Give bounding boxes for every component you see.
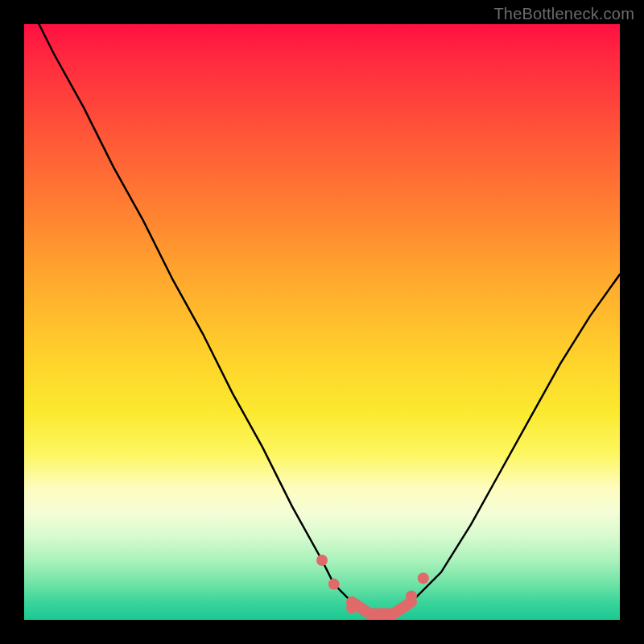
floor-marker-1 bbox=[346, 602, 357, 613]
chart-svg bbox=[24, 24, 620, 620]
chart-frame: TheBottleneck.com bbox=[0, 0, 644, 644]
floor-marker-4 bbox=[388, 609, 399, 620]
right-marker-1 bbox=[406, 590, 417, 601]
left-marker-2 bbox=[328, 579, 340, 590]
left-marker-1 bbox=[316, 555, 328, 566]
chart-plot-area bbox=[24, 24, 620, 620]
valley-markers bbox=[316, 555, 429, 620]
floor-marker-3 bbox=[376, 609, 387, 620]
floor-marker-2 bbox=[364, 609, 375, 620]
watermark-text: TheBottleneck.com bbox=[493, 5, 634, 23]
bottleneck-curve bbox=[24, 24, 620, 614]
right-marker-2 bbox=[418, 572, 429, 584]
